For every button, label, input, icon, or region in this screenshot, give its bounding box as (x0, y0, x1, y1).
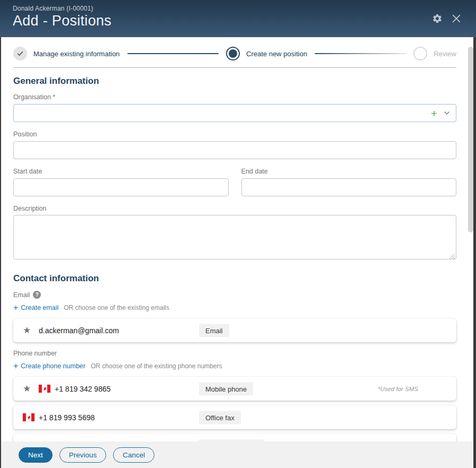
step-label: Review (434, 50, 456, 58)
dialog-body: Manage existing information Create new p… (1, 37, 473, 441)
previous-button[interactable]: Previous (59, 447, 107, 463)
star-icon[interactable]: ★ (23, 326, 32, 335)
create-phone-link[interactable]: + Create phone number (13, 361, 85, 370)
close-icon (451, 13, 462, 24)
start-date-input[interactable] (13, 178, 229, 196)
help-icon[interactable]: ? (33, 291, 41, 299)
add-organisation-icon[interactable]: + (431, 108, 437, 119)
description-label: Description (13, 205, 456, 212)
scrollbar-thumb[interactable] (468, 47, 473, 232)
next-button[interactable]: Next (19, 447, 53, 463)
check-icon (16, 50, 24, 57)
plus-icon: + (13, 304, 18, 312)
step-upcoming-circle (413, 47, 427, 60)
add-positions-dialog: Donald Ackerman (I-00001) Add - Position… (0, 0, 476, 468)
email-label-row: Email ? (13, 291, 456, 299)
star-icon[interactable]: ★ (23, 384, 32, 393)
maple-leaf-icon (27, 415, 31, 420)
phone-number-label: Phone number (13, 350, 456, 357)
close-button[interactable] (451, 13, 462, 24)
settings-button[interactable] (431, 13, 443, 24)
email-label: Email (13, 291, 30, 299)
position-label: Position (13, 131, 456, 138)
phone-type-badge: Mobile phone (199, 382, 253, 395)
end-date-label: End date (241, 168, 457, 175)
step-connector (127, 53, 219, 54)
plus-icon: + (13, 362, 18, 370)
contact-information-heading: Contact information (13, 273, 456, 284)
start-date-label: Start date (13, 168, 229, 175)
dialog-footer: Next Previous Cancel (1, 441, 473, 468)
create-email-label: Create email (21, 304, 58, 311)
step-connector (315, 53, 406, 54)
create-email-link[interactable]: + Create email (13, 303, 58, 311)
position-input[interactable] (13, 141, 456, 159)
maple-leaf-icon (42, 386, 47, 391)
organisation-input[interactable] (13, 104, 456, 122)
email-value: d.ackerman@gmail.com (39, 326, 119, 335)
record-context: Donald Ackerman (I-00001) (13, 5, 463, 12)
general-information-heading: General information (13, 76, 456, 86)
email-list-item[interactable]: ★ d.ackerman@gmail.com Email (13, 318, 456, 342)
page-title: Add - Positions (13, 13, 463, 29)
phone-value: +1 819 993 5698 (39, 413, 95, 422)
phone-list-item[interactable]: +1 819 993 5698 Office fax (13, 405, 456, 429)
sms-note: *Used for SMS (378, 386, 418, 392)
dialog-header: Donald Ackerman (I-00001) Add - Position… (0, 0, 476, 37)
step-manage-existing[interactable]: Manage existing information (13, 47, 120, 60)
phone-type-badge: Office fax (199, 411, 241, 424)
wizard-stepper: Manage existing information Create new p… (13, 37, 456, 68)
phone-list-item-partial[interactable] (13, 434, 456, 441)
step-label: Create new position (246, 50, 307, 58)
step-review[interactable]: Review (413, 47, 456, 60)
phone-or-text: OR choose one of the existing phone numb… (91, 362, 222, 370)
gear-icon (432, 13, 443, 24)
cancel-button[interactable]: Cancel (113, 447, 154, 463)
phone-value: +1 819 342 9865 (55, 385, 111, 393)
step-completed-circle (13, 47, 27, 60)
phone-list-item[interactable]: ★ +1 819 342 9865 Mobile phone *Used for… (13, 377, 456, 401)
email-type-badge: Email (199, 324, 229, 337)
description-textarea[interactable] (13, 215, 456, 259)
step-create-position[interactable]: Create new position (226, 47, 307, 60)
step-active-circle (226, 47, 240, 60)
organisation-label: Organisation * (13, 93, 456, 101)
end-date-input[interactable] (241, 178, 457, 196)
step-active-dot (229, 49, 237, 58)
canada-flag-icon (39, 385, 50, 393)
canada-flag-icon (23, 413, 34, 421)
create-phone-label: Create phone number (21, 362, 85, 370)
chevron-down-icon[interactable] (443, 109, 451, 117)
step-label: Manage existing information (33, 50, 120, 58)
email-or-text: OR choose one of the existing emails (64, 304, 169, 311)
